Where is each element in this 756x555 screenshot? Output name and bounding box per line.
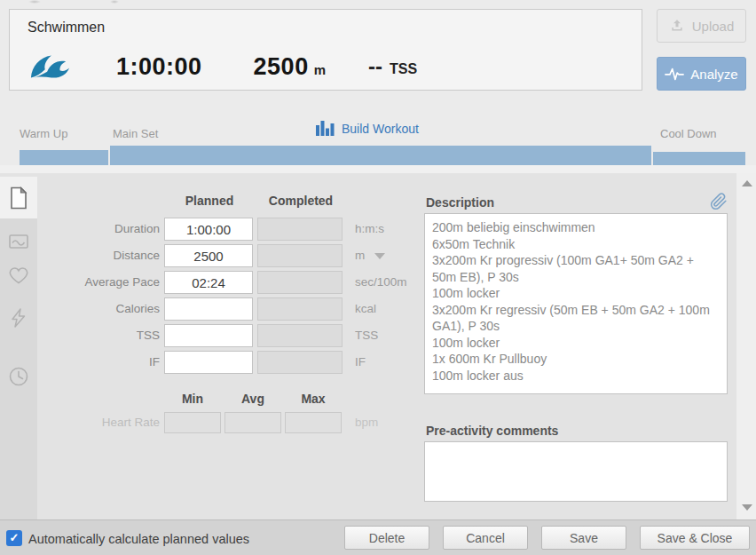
- if-planned-input[interactable]: [164, 351, 253, 374]
- if-completed-field: [257, 351, 343, 374]
- heart-rate-unit-label: bpm: [355, 412, 378, 433]
- summary-distance-value: 2500: [254, 53, 309, 81]
- average-pace-completed-field: [257, 271, 343, 294]
- main-set-segment[interactable]: [110, 146, 651, 165]
- clipped-row-artifact: [28, 0, 41, 4]
- if-unit-label: IF: [355, 351, 366, 374]
- build-workout-button[interactable]: Build Workout: [316, 120, 419, 137]
- form-row-distance: Distance m: [0, 244, 408, 267]
- footer-bar: ✓ Automatically calculate planned values…: [0, 519, 756, 555]
- average-pace-planned-input[interactable]: [164, 271, 253, 294]
- workout-quickview-dialog: Schwimmen 1:00:00 2500 m -- TSS: [0, 0, 756, 555]
- scroll-up-arrow-icon[interactable]: [742, 180, 752, 186]
- summary-tss-unit: TSS: [390, 61, 417, 77]
- distance-unit-dropdown-arrow-icon[interactable]: [374, 253, 385, 259]
- duration-label: Duration: [0, 218, 160, 241]
- summary-distance-unit: m: [314, 62, 326, 77]
- pre-activity-comments-label: Pre-activity comments: [426, 424, 558, 438]
- build-workout-label: Build Workout: [342, 122, 419, 136]
- scroll-down-arrow-icon[interactable]: [742, 504, 752, 511]
- clipped-row-artifact: [110, 0, 119, 4]
- pulse-icon: [665, 66, 684, 82]
- upload-button[interactable]: Upload: [657, 9, 746, 43]
- paperclip-icon[interactable]: [710, 192, 728, 211]
- distance-unit-label: m: [355, 244, 365, 267]
- upload-button-label: Upload: [692, 19, 735, 34]
- summary-stats-row: 1:00:00 2500 m -- TSS: [29, 49, 417, 84]
- document-icon: [8, 186, 29, 210]
- calories-label: Calories: [0, 297, 160, 321]
- tss-completed-field: [257, 324, 343, 347]
- summary-tss-value: --: [368, 54, 382, 79]
- average-pace-unit-label: sec/100m: [355, 271, 407, 294]
- description-textarea[interactable]: 200m beliebig einschwimmen 6x50m Technik…: [424, 213, 728, 394]
- workout-title: Schwimmen: [28, 20, 105, 36]
- main-set-label: Main Set: [113, 127, 158, 140]
- duration-completed-field: [257, 218, 343, 241]
- quickview-scrollbar[interactable]: [736, 173, 756, 519]
- summary-distance: 2500 m: [254, 53, 326, 81]
- summary-tss: -- TSS: [368, 54, 417, 79]
- average-pace-label: Average Pace: [0, 271, 160, 294]
- summary-duration: 1:00:00: [116, 53, 202, 81]
- min-column-header: Min: [164, 392, 221, 406]
- calories-unit-label: kcal: [355, 297, 376, 321]
- if-label: IF: [0, 351, 160, 374]
- warm-up-label: Warm Up: [20, 127, 67, 140]
- max-column-header: Max: [285, 392, 342, 406]
- tss-label: TSS: [0, 324, 160, 347]
- save-button[interactable]: Save: [541, 526, 626, 550]
- description-label: Description: [426, 195, 494, 210]
- workout-summary-card: Schwimmen 1:00:00 2500 m -- TSS: [9, 9, 642, 91]
- duration-unit-label: h:m:s: [355, 218, 384, 241]
- heart-rate-max-field: [285, 412, 342, 433]
- auto-calculate-label: Automatically calculate planned values: [28, 532, 249, 546]
- delete-button[interactable]: Delete: [344, 526, 429, 550]
- tss-unit-label: TSS: [355, 324, 378, 347]
- distance-label: Distance: [0, 244, 160, 267]
- distance-completed-field: [257, 244, 343, 267]
- workout-bar-track: [0, 165, 756, 173]
- heart-rate-min-field: [164, 412, 221, 433]
- upload-icon: [669, 18, 685, 34]
- form-row-calories: Calories kcal: [0, 297, 408, 321]
- duration-planned-input[interactable]: [164, 218, 253, 241]
- bar-chart-icon: [316, 120, 335, 137]
- tss-planned-input[interactable]: [164, 324, 253, 347]
- quickview-body: Planned Completed Duration h:m:s Distanc…: [0, 173, 756, 519]
- pre-activity-comments-textarea[interactable]: [424, 441, 728, 502]
- heart-rate-avg-field: [224, 412, 281, 433]
- form-row-heart-rate: Heart Rate bpm: [0, 412, 408, 433]
- distance-planned-input[interactable]: [164, 244, 253, 267]
- warm-up-segment[interactable]: [20, 150, 108, 165]
- calories-completed-field: [257, 297, 343, 321]
- analyze-button-label: Analyze: [690, 67, 737, 82]
- form-row-if: IF IF: [0, 351, 408, 374]
- calories-planned-input[interactable]: [164, 297, 253, 321]
- analyze-button[interactable]: Analyze: [657, 57, 746, 91]
- cool-down-segment[interactable]: [653, 152, 745, 165]
- save-close-button[interactable]: Save & Close: [640, 526, 750, 550]
- planned-column-header: Planned: [164, 194, 255, 208]
- avg-column-header: Avg: [224, 392, 281, 406]
- cancel-button[interactable]: Cancel: [443, 526, 528, 550]
- heart-rate-label: Heart Rate: [0, 412, 160, 433]
- form-row-average-pace: Average Pace sec/100m: [0, 271, 408, 294]
- completed-column-header: Completed: [257, 194, 344, 208]
- auto-calculate-checkbox[interactable]: ✓: [6, 530, 22, 546]
- sidebar-tab-summary[interactable]: [0, 177, 37, 218]
- cool-down-label: Cool Down: [660, 127, 717, 140]
- form-row-tss: TSS TSS: [0, 324, 408, 347]
- swim-wave-icon: [29, 52, 70, 81]
- form-row-duration: Duration h:m:s: [0, 218, 408, 241]
